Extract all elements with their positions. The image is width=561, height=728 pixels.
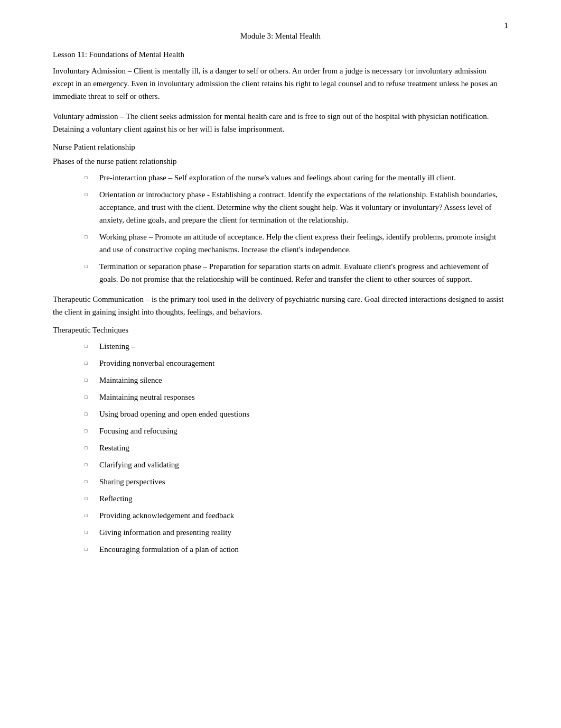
bullet-icon: □: [85, 260, 96, 270]
technique-6: Focusing and refocusing: [99, 425, 508, 437]
page-title: Module 3: Mental Health: [53, 32, 508, 41]
techniques-list: □ Listening – □ Providing nonverbal enco…: [85, 340, 508, 556]
page: 1 Module 3: Mental Health Lesson 11: Fou…: [0, 0, 561, 728]
bullet-icon: □: [85, 458, 96, 468]
list-item: □ Providing nonverbal encouragement: [85, 357, 508, 370]
list-item: □ Termination or separation phase – Prep…: [85, 260, 508, 285]
technique-1: Listening –: [99, 340, 508, 353]
list-item: □ Focusing and refocusing: [85, 425, 508, 437]
technique-13: Encouraging formulation of a plan of act…: [99, 543, 508, 556]
phase-text-3: Working phase – Promote an attitude of a…: [99, 231, 508, 256]
list-item: □ Clarifying and validating: [85, 458, 508, 471]
technique-5: Using broad opening and open ended quest…: [99, 408, 508, 420]
involuntary-admission-paragraph: Involuntary Admission – Client is mental…: [53, 64, 508, 103]
voluntary-admission-paragraph: Voluntary admission – The client seeks a…: [53, 110, 508, 135]
list-item: □ Encouraging formulation of a plan of a…: [85, 543, 508, 556]
nurse-patient-heading: Nurse Patient relationship: [53, 143, 508, 152]
list-item: □ Maintaining silence: [85, 374, 508, 386]
list-item: □ Reflecting: [85, 492, 508, 505]
bullet-icon: □: [85, 171, 96, 181]
lesson-heading: Lesson 11: Foundations of Mental Health: [53, 50, 508, 59]
phase-text-2: Orientation or introductory phase - Esta…: [99, 188, 508, 226]
bullet-icon: □: [85, 509, 96, 519]
technique-8: Clarifying and validating: [99, 458, 508, 471]
list-item: □ Orientation or introductory phase - Es…: [85, 188, 508, 226]
technique-11: Providing acknowledgement and feedback: [99, 509, 508, 522]
therapeutic-techniques-heading: Therapeutic Techniques: [53, 326, 508, 335]
technique-2: Providing nonverbal encouragement: [99, 357, 508, 370]
list-item: □ Using broad opening and open ended que…: [85, 408, 508, 420]
technique-4: Maintaining neutral responses: [99, 391, 508, 403]
bullet-icon: □: [85, 408, 96, 418]
bullet-icon: □: [85, 441, 96, 451]
technique-3: Maintaining silence: [99, 374, 508, 386]
phase-text-4: Termination or separation phase – Prepar…: [99, 260, 508, 285]
bullet-icon: □: [85, 374, 96, 384]
technique-9: Sharing perspectives: [99, 475, 508, 488]
bullet-icon: □: [85, 231, 96, 241]
therapeutic-communication-paragraph: Therapeutic Communication – is the prima…: [53, 293, 508, 318]
list-item: □ Providing acknowledgement and feedback: [85, 509, 508, 522]
bullet-icon: □: [85, 526, 96, 536]
bullet-icon: □: [85, 475, 96, 485]
bullet-icon: □: [85, 425, 96, 435]
technique-10: Reflecting: [99, 492, 508, 505]
bullet-icon: □: [85, 188, 96, 198]
technique-7: Restating: [99, 441, 508, 454]
phases-list: □ Pre-interaction phase – Self explorati…: [85, 171, 508, 285]
page-number: 1: [504, 21, 509, 30]
bullet-icon: □: [85, 391, 96, 401]
list-item: □ Giving information and presenting real…: [85, 526, 508, 539]
list-item: □ Pre-interaction phase – Self explorati…: [85, 171, 508, 184]
list-item: □ Listening –: [85, 340, 508, 353]
list-item: □ Maintaining neutral responses: [85, 391, 508, 403]
list-item: □ Sharing perspectives: [85, 475, 508, 488]
bullet-icon: □: [85, 492, 96, 502]
technique-12: Giving information and presenting realit…: [99, 526, 508, 539]
phase-text-1: Pre-interaction phase – Self exploration…: [99, 171, 508, 184]
bullet-icon: □: [85, 357, 96, 367]
phases-heading: Phases of the nurse patient relationship: [53, 157, 508, 166]
bullet-icon: □: [85, 340, 96, 350]
list-item: □ Working phase – Promote an attitude of…: [85, 231, 508, 256]
bullet-icon: □: [85, 543, 96, 553]
list-item: □ Restating: [85, 441, 508, 454]
